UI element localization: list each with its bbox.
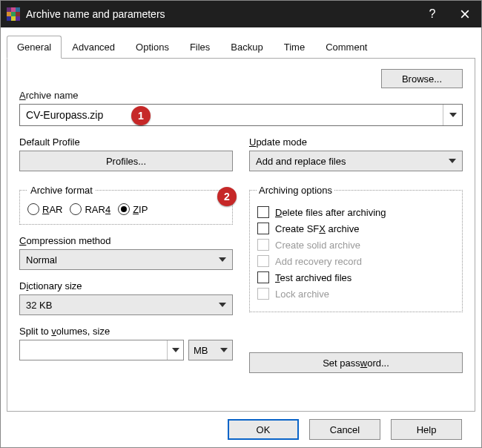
archive-format-label: Archive format	[27, 185, 96, 196]
dictionary-size-label: Dictionary size	[19, 280, 233, 291]
chevron-down-icon	[219, 300, 226, 311]
ok-button[interactable]: OK	[228, 419, 299, 440]
opt-delete-checkbox[interactable]: Delete files after archiving	[257, 206, 455, 218]
compression-method-label: Compression method	[19, 235, 233, 246]
tab-time[interactable]: Time	[274, 36, 315, 59]
cancel-button[interactable]: Cancel	[309, 419, 380, 440]
archiving-options-group: Archiving options Delete files after arc…	[249, 185, 463, 312]
help-button-titlebar[interactable]: ?	[416, 1, 449, 27]
split-size-combo[interactable]	[19, 340, 184, 360]
dialog-button-row: OK Cancel Help	[7, 412, 475, 440]
opt-sfx-checkbox[interactable]: Create SFX archive	[257, 223, 455, 234]
tab-advanced[interactable]: Advanced	[62, 36, 125, 59]
archive-name-input[interactable]	[20, 105, 443, 125]
archive-name-combo[interactable]: 1	[19, 104, 463, 126]
help-button[interactable]: Help	[391, 419, 462, 440]
compression-method-select[interactable]: Normal	[19, 249, 233, 270]
format-rar4-radio[interactable]: RAR4	[70, 203, 110, 215]
archive-name-label: Archive name	[19, 90, 463, 101]
opt-solid-checkbox: Create solid archive	[257, 239, 455, 251]
dialog-window: Archive name and parameters ? General Ad…	[0, 0, 482, 448]
close-button[interactable]	[449, 1, 481, 27]
tab-comment[interactable]: Comment	[315, 36, 377, 59]
app-icon	[7, 7, 20, 21]
tab-files[interactable]: Files	[179, 36, 220, 59]
split-unit-select[interactable]: MB	[188, 340, 233, 360]
tab-page-general: Browse... Archive name 1 Default Profile…	[7, 59, 475, 412]
opt-recovery-checkbox: Add recovery record	[257, 255, 455, 267]
format-zip-radio[interactable]: ZIP	[118, 203, 148, 215]
dictionary-size-select[interactable]: 32 KB	[19, 294, 233, 315]
archive-format-group: Archive format 2 RAR RAR4 ZIP	[19, 185, 233, 225]
archive-name-dropdown-icon[interactable]	[443, 105, 462, 125]
update-mode-select[interactable]: Add and replace files	[249, 151, 463, 171]
title-bar: Archive name and parameters ?	[1, 1, 481, 27]
tab-backup[interactable]: Backup	[220, 36, 273, 59]
archiving-options-label: Archiving options	[257, 185, 334, 196]
update-mode-label: Update mode	[249, 136, 463, 148]
split-volumes-label: Split to volumes, size	[19, 326, 233, 337]
split-size-input[interactable]	[20, 340, 167, 360]
set-password-button[interactable]: Set password...	[249, 352, 463, 373]
default-profile-label: Default Profile	[19, 136, 233, 148]
profiles-button[interactable]: Profiles...	[19, 151, 233, 171]
browse-button[interactable]: Browse...	[381, 69, 463, 88]
opt-lock-checkbox: Lock archive	[257, 288, 455, 300]
tab-general[interactable]: General	[7, 36, 62, 59]
chevron-down-icon[interactable]	[167, 340, 183, 360]
chevron-down-icon	[449, 156, 456, 167]
chevron-down-icon	[220, 345, 228, 356]
tab-strip: General Advanced Options Files Backup Ti…	[7, 35, 475, 59]
annotation-badge-1: 1	[131, 106, 151, 125]
opt-test-checkbox[interactable]: Test archived files	[257, 271, 455, 283]
tab-options[interactable]: Options	[125, 36, 179, 59]
annotation-badge-2: 2	[217, 187, 237, 206]
window-title: Archive name and parameters	[26, 8, 416, 20]
format-rar-radio[interactable]: RAR	[27, 203, 62, 215]
chevron-down-icon	[219, 254, 226, 266]
